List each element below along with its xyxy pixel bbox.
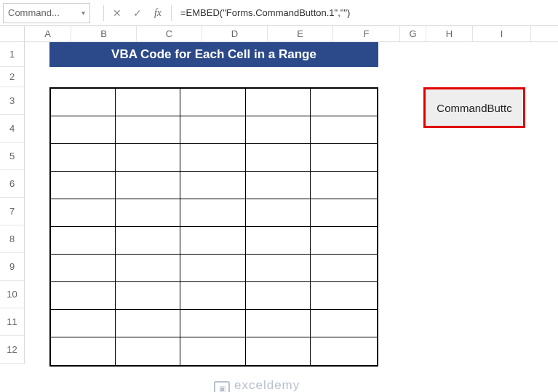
table-cell[interactable]	[246, 116, 311, 144]
table-row	[51, 282, 377, 310]
table-cell[interactable]	[311, 89, 377, 116]
column-header-A[interactable]: A	[25, 26, 71, 41]
table-cell[interactable]	[116, 227, 180, 255]
table-cell[interactable]	[116, 199, 180, 227]
table-cell[interactable]	[116, 89, 180, 116]
table-cell[interactable]	[116, 282, 180, 310]
table-cell[interactable]	[180, 199, 245, 227]
table-cell[interactable]	[246, 144, 311, 172]
table-cell[interactable]	[116, 172, 180, 199]
table-row	[51, 144, 377, 172]
data-table[interactable]	[49, 87, 378, 367]
table-cell[interactable]	[51, 89, 116, 116]
row-headers: 123456789101112	[0, 42, 25, 364]
table-cell[interactable]	[51, 227, 116, 255]
table-cell[interactable]	[180, 310, 245, 337]
table-cell[interactable]	[311, 255, 377, 282]
table-cell[interactable]	[246, 337, 311, 365]
table-cell[interactable]	[246, 310, 311, 337]
table-cell[interactable]	[51, 199, 116, 227]
table-cell[interactable]	[311, 282, 377, 310]
chevron-down-icon: ▾	[81, 9, 85, 17]
column-header-H[interactable]: H	[426, 26, 473, 41]
row-header-3[interactable]: 3	[0, 87, 24, 115]
table-cell[interactable]	[246, 89, 311, 116]
watermark: ▣ exceldemy EXCEL · DATA · BI	[214, 378, 308, 392]
table-cell[interactable]	[311, 144, 377, 172]
table-cell[interactable]	[246, 199, 311, 227]
confirm-icon[interactable]: ✓	[127, 3, 148, 23]
row-header-11[interactable]: 11	[0, 308, 24, 336]
formula-bar: Command... ▾ ✕ ✓ fx	[0, 0, 558, 26]
column-header-C[interactable]: C	[137, 26, 202, 41]
table-cell[interactable]	[311, 199, 377, 227]
row-header-12[interactable]: 12	[0, 336, 24, 364]
row-header-5[interactable]: 5	[0, 143, 24, 170]
column-header-I[interactable]: I	[473, 26, 531, 41]
table-cell[interactable]	[180, 144, 245, 172]
name-box-value: Command...	[8, 7, 60, 18]
cells[interactable]: VBA Code for Each Cell in a Range Comman…	[25, 42, 558, 364]
table-cell[interactable]	[51, 172, 116, 199]
table-cell[interactable]	[180, 227, 245, 255]
row-header-2[interactable]: 2	[0, 67, 24, 87]
table-row	[51, 227, 377, 255]
table-cell[interactable]	[180, 337, 245, 365]
table-cell[interactable]	[180, 255, 245, 282]
table-cell[interactable]	[51, 310, 116, 337]
fx-icon[interactable]: fx	[148, 7, 168, 19]
divider	[103, 5, 104, 21]
table-cell[interactable]	[51, 255, 116, 282]
table-cell[interactable]	[180, 89, 245, 116]
column-header-G[interactable]: G	[400, 26, 426, 41]
column-header-B[interactable]: B	[71, 26, 137, 41]
cancel-icon[interactable]: ✕	[107, 3, 127, 23]
table-row	[51, 116, 377, 144]
formula-input[interactable]	[175, 3, 558, 23]
table-cell[interactable]	[311, 227, 377, 255]
table-cell[interactable]	[180, 116, 245, 144]
table-cell[interactable]	[311, 116, 377, 144]
table-cell[interactable]	[311, 337, 377, 365]
watermark-main: exceldemy	[234, 378, 308, 392]
table-cell[interactable]	[246, 172, 311, 199]
row-header-8[interactable]: 8	[0, 225, 24, 253]
table-row	[51, 172, 377, 199]
page-title: VBA Code for Each Cell in a Range	[49, 42, 378, 67]
row-header-7[interactable]: 7	[0, 198, 24, 225]
column-headers: ABCDEFGHI	[0, 26, 558, 42]
table-cell[interactable]	[116, 255, 180, 282]
row-header-1[interactable]: 1	[0, 42, 24, 67]
table-row	[51, 89, 377, 116]
command-button[interactable]: CommandButtc	[423, 87, 525, 128]
column-header-D[interactable]: D	[202, 26, 268, 41]
table-cell[interactable]	[180, 282, 245, 310]
table-cell[interactable]	[116, 310, 180, 337]
column-header-E[interactable]: E	[268, 26, 333, 41]
grid-area: 123456789101112 VBA Code for Each Cell i…	[0, 42, 558, 364]
table-cell[interactable]	[51, 282, 116, 310]
table-cell[interactable]	[116, 144, 180, 172]
table-cell[interactable]	[246, 255, 311, 282]
row-header-9[interactable]: 9	[0, 253, 24, 281]
name-box[interactable]: Command... ▾	[3, 3, 90, 23]
table-cell[interactable]	[51, 144, 116, 172]
table-cell[interactable]	[116, 116, 180, 144]
table-cell[interactable]	[246, 227, 311, 255]
table-cell[interactable]	[246, 282, 311, 310]
table-cell[interactable]	[116, 337, 180, 365]
table-cell[interactable]	[51, 337, 116, 365]
title-text: VBA Code for Each Cell in a Range	[111, 47, 316, 62]
row-header-4[interactable]: 4	[0, 115, 24, 143]
table-cell[interactable]	[180, 172, 245, 199]
table-row	[51, 199, 377, 227]
select-all-corner[interactable]	[0, 26, 25, 41]
table-row	[51, 310, 377, 337]
row-header-10[interactable]: 10	[0, 281, 24, 308]
table-cell[interactable]	[311, 310, 377, 337]
column-header-F[interactable]: F	[333, 26, 400, 41]
table-cell[interactable]	[311, 172, 377, 199]
table-row	[51, 255, 377, 282]
row-header-6[interactable]: 6	[0, 170, 24, 198]
table-cell[interactable]	[51, 116, 116, 144]
